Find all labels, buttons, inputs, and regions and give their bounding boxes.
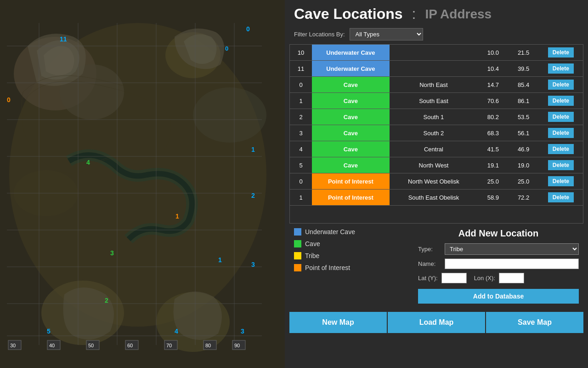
table-row: 3 Cave South 2 68.3 56.1 Delete [290, 125, 583, 141]
tribe-label: Tribe [305, 252, 319, 259]
row-type: Cave [312, 141, 390, 157]
svg-text:2: 2 [251, 192, 255, 199]
svg-text:60: 60 [127, 343, 133, 348]
delete-button[interactable]: Delete [548, 176, 574, 186]
row-type: Cave [312, 157, 390, 173]
row-lon: 46.9 [508, 141, 538, 157]
row-lat: 58.9 [478, 190, 508, 206]
delete-button[interactable]: Delete [548, 96, 574, 106]
legend: Underwater Cave Cave Tribe Point of Inte… [294, 228, 409, 304]
row-type: Cave [312, 77, 390, 93]
row-lon: 72.2 [508, 190, 538, 206]
delete-button[interactable]: Delete [548, 47, 574, 58]
lon-input[interactable] [499, 273, 524, 283]
lon-label: Lon (X): [474, 275, 495, 282]
filter-label: Filter Locations By: [294, 31, 345, 38]
row-lon: 21.5 [508, 45, 538, 61]
delete-button[interactable]: Delete [548, 192, 574, 202]
row-lon: 19.0 [508, 157, 538, 173]
svg-text:0: 0 [7, 96, 11, 104]
map-canvas: 0 11 0 1 2 3 0 4 1 3 1 2 30 40 50 60 70 … [0, 0, 285, 368]
row-id: 11 [290, 61, 312, 77]
header-separator: : [412, 6, 416, 23]
row-delete-cell: Delete [539, 93, 583, 109]
svg-text:0: 0 [246, 25, 250, 33]
svg-text:50: 50 [88, 343, 94, 348]
svg-text:1: 1 [218, 256, 222, 264]
delete-button[interactable]: Delete [548, 80, 574, 90]
table-row: 4 Cave Central 41.5 46.9 Delete [290, 141, 583, 157]
save-map-button[interactable]: Save Map [486, 312, 583, 333]
row-name: South East Obelisk [390, 190, 478, 206]
delete-button[interactable]: Delete [548, 160, 574, 170]
tribe-color [294, 252, 301, 259]
add-form-title: Add New Location [418, 228, 579, 239]
coord-row: Lat (Y): Lon (X): [418, 273, 579, 283]
row-id: 10 [290, 45, 312, 61]
table-row: 11 Underwater Cave 10.4 39.5 Delete [290, 61, 583, 77]
delete-button[interactable]: Delete [548, 128, 574, 138]
right-panel: Cave Locations : IP Address Filter Locat… [285, 0, 588, 368]
svg-text:3: 3 [251, 261, 255, 268]
table-row: 1 Point of Interest South East Obelisk 5… [290, 190, 583, 206]
ip-address-label: IP Address [425, 7, 492, 22]
row-delete-cell: Delete [539, 157, 583, 173]
row-lon: 39.5 [508, 61, 538, 77]
type-select[interactable]: Tribe Cave Underwater Cave Point of Inte… [445, 243, 579, 255]
app-title: Cave Locations [294, 6, 403, 23]
name-row: Name: [418, 259, 579, 269]
row-type: Underwater Cave [312, 45, 390, 61]
row-type: Point of Interest [312, 173, 390, 190]
svg-text:4: 4 [86, 159, 90, 166]
row-lon: 25.0 [508, 173, 538, 190]
name-input[interactable] [445, 259, 579, 269]
svg-text:2: 2 [105, 297, 108, 304]
table-body: 10 Underwater Cave 10.0 21.5 Delete 11 U… [290, 45, 583, 206]
locations-table-container[interactable]: 10 Underwater Cave 10.0 21.5 Delete 11 U… [289, 44, 583, 224]
delete-button[interactable]: Delete [548, 112, 574, 122]
row-lat: 19.1 [478, 157, 508, 173]
row-lat: 70.6 [478, 93, 508, 109]
footer: New Map Load Map Save Map [285, 308, 588, 337]
row-delete-cell: Delete [539, 109, 583, 125]
add-location-form: Add New Location Type: Tribe Cave Underw… [418, 228, 579, 304]
row-type: Cave [312, 125, 390, 141]
cave-label: Cave [305, 240, 320, 247]
row-id: 4 [290, 141, 312, 157]
row-name: North West [390, 157, 478, 173]
legend-item-tribe: Tribe [294, 252, 409, 259]
svg-text:11: 11 [60, 35, 67, 43]
filter-select[interactable]: All Types Cave Underwater Cave Point of … [350, 28, 423, 40]
row-lat: 80.2 [478, 109, 508, 125]
svg-text:40: 40 [49, 343, 55, 348]
row-delete-cell: Delete [539, 45, 583, 61]
lat-input[interactable] [441, 273, 467, 283]
add-to-database-button[interactable]: Add to Database [418, 289, 579, 304]
row-id: 3 [290, 125, 312, 141]
row-lon: 86.1 [508, 93, 538, 109]
row-lon: 53.5 [508, 109, 538, 125]
row-delete-cell: Delete [539, 173, 583, 190]
svg-text:3: 3 [241, 328, 244, 335]
header: Cave Locations : IP Address [285, 0, 588, 26]
row-name: North West Obelisk [390, 173, 478, 190]
new-map-button[interactable]: New Map [289, 312, 387, 333]
svg-text:1: 1 [175, 213, 179, 220]
svg-text:1: 1 [251, 146, 255, 153]
row-id: 5 [290, 157, 312, 173]
row-type: Underwater Cave [312, 61, 390, 77]
delete-button[interactable]: Delete [548, 63, 574, 74]
name-label: Name: [418, 260, 441, 267]
load-map-button[interactable]: Load Map [388, 312, 485, 333]
svg-text:80: 80 [205, 343, 211, 348]
delete-button[interactable]: Delete [548, 144, 574, 154]
poi-color [294, 264, 301, 271]
row-id: 1 [290, 190, 312, 206]
row-lat: 68.3 [478, 125, 508, 141]
table-row: 10 Underwater Cave 10.0 21.5 Delete [290, 45, 583, 61]
row-lon: 85.4 [508, 77, 538, 93]
row-type: Cave [312, 109, 390, 125]
lat-label: Lat (Y): [418, 275, 438, 282]
row-lat: 10.0 [478, 45, 508, 61]
legend-item-poi: Point of Interest [294, 264, 409, 271]
